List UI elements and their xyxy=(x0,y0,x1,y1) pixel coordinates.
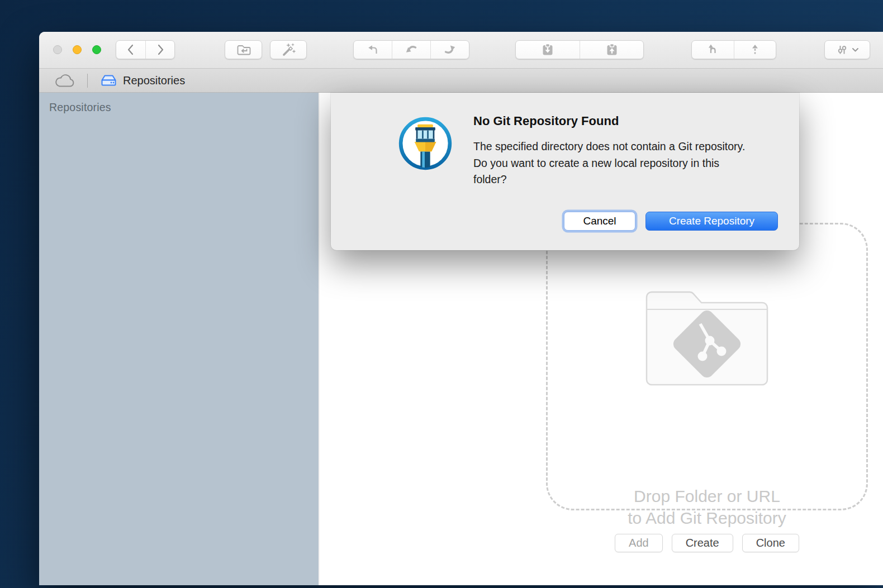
pull-button[interactable] xyxy=(692,41,734,59)
forward-button[interactable] xyxy=(145,41,174,59)
redo-button[interactable] xyxy=(430,41,469,59)
clone-repository-button[interactable]: Clone xyxy=(742,534,799,552)
undo-button[interactable] xyxy=(392,41,430,59)
stash-save-button[interactable] xyxy=(516,41,580,59)
sync-group xyxy=(691,40,776,59)
git-folder-icon xyxy=(643,288,771,389)
view-options-button[interactable] xyxy=(824,40,870,59)
discard-button[interactable] xyxy=(354,41,392,59)
desktop-background: Repositories Repositories xyxy=(0,0,883,588)
create-repository-button[interactable]: Create xyxy=(672,534,733,552)
push-dashed-arrow-icon xyxy=(748,43,762,56)
sidebar-group-header: Repositories xyxy=(49,101,319,114)
breadcrumb-label: Repositories xyxy=(123,74,185,87)
dialog-title: No Git Repository Found xyxy=(473,114,619,128)
discard-arrow-icon xyxy=(366,43,379,56)
repository-sidebar[interactable]: Repositories xyxy=(39,93,319,585)
chevron-down-icon xyxy=(852,48,858,52)
no-git-repository-dialog: No Git Repository Found The specified di… xyxy=(331,93,799,250)
magic-wand-icon xyxy=(281,42,296,57)
dialog-message: The specified directory does not contain… xyxy=(473,138,756,188)
clipboard-arrow-up-icon xyxy=(605,42,619,57)
drop-zone-hint: Drop Folder or URL to Add Git Repository xyxy=(546,485,868,529)
push-button[interactable] xyxy=(734,41,776,59)
cloud-icon xyxy=(54,73,75,88)
cancel-button[interactable]: Cancel xyxy=(564,212,635,231)
traffic-lights xyxy=(53,45,101,54)
breadcrumb-separator xyxy=(87,74,88,88)
reveal-in-finder-button[interactable] xyxy=(225,40,262,59)
cloud-status-button[interactable] xyxy=(54,73,75,88)
create-repository-confirm-button[interactable]: Create Repository xyxy=(645,212,778,231)
close-window-button[interactable] xyxy=(53,45,62,54)
minimize-window-button[interactable] xyxy=(73,45,82,54)
dialog-buttons: Cancel Create Repository xyxy=(564,212,778,231)
stash-group xyxy=(515,40,644,59)
drop-zone-hint-line2: to Add Git Repository xyxy=(546,507,868,529)
undo-arrow-icon xyxy=(405,43,418,56)
repository-actions: Add Create Clone xyxy=(546,534,868,552)
commit-graph-icon xyxy=(836,44,848,56)
chevron-left-icon xyxy=(126,44,136,55)
toolbar xyxy=(39,32,883,68)
pull-merge-arrow-icon xyxy=(706,43,720,56)
edit-actions-group xyxy=(353,40,469,59)
stash-apply-button[interactable] xyxy=(580,41,643,59)
back-button[interactable] xyxy=(116,41,145,59)
gitup-app-icon xyxy=(397,115,454,172)
repositories-drive-icon xyxy=(100,73,117,88)
breadcrumb-bar: Repositories xyxy=(39,68,883,93)
folder-return-icon xyxy=(236,43,251,56)
breadcrumb-repositories[interactable]: Repositories xyxy=(100,73,185,88)
clipboard-arrow-down-icon xyxy=(540,42,555,57)
zoom-window-button[interactable] xyxy=(92,45,101,54)
chevron-right-icon xyxy=(155,44,165,55)
quick-actions-button[interactable] xyxy=(270,40,307,59)
add-repository-button[interactable]: Add xyxy=(615,534,663,552)
drop-zone-hint-line1: Drop Folder or URL xyxy=(546,485,868,507)
history-nav-group xyxy=(116,40,175,59)
redo-arrow-icon xyxy=(443,43,457,56)
